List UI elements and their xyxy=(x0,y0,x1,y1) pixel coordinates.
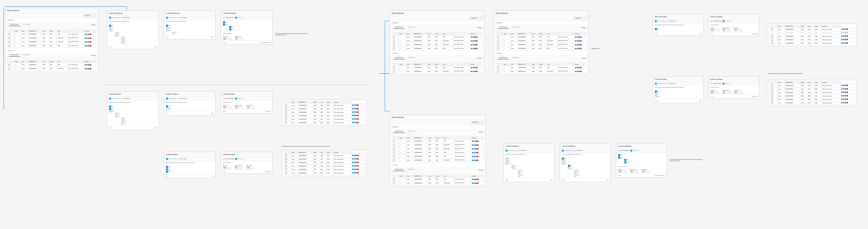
tab-link[interactable]: Link Formations xyxy=(22,23,32,26)
tab-link[interactable]: Link Formations xyxy=(510,26,520,29)
k-action-icon[interactable] xyxy=(357,104,359,106)
r-action-icon[interactable] xyxy=(475,152,477,153)
row-checkbox[interactable] xyxy=(393,159,395,161)
formation-checkbox[interactable] xyxy=(655,95,657,97)
g-action-icon[interactable] xyxy=(474,144,475,146)
k-action-icon[interactable] xyxy=(580,71,582,72)
step-1[interactable]: 1Select Formations xyxy=(223,158,234,160)
row-checkbox[interactable] xyxy=(285,158,287,160)
g-action-icon[interactable] xyxy=(843,88,844,90)
step-2[interactable]: 2Enter Times xyxy=(630,150,639,152)
step-1[interactable]: 1Select Formations xyxy=(166,17,177,19)
step-1[interactable]: 1Select Formations xyxy=(655,83,666,85)
sim-events-label[interactable]: ▸ Sim Events xyxy=(494,52,588,55)
formation-checkbox[interactable] xyxy=(109,29,111,32)
g-action-icon[interactable] xyxy=(354,108,355,109)
formation-checkbox[interactable] xyxy=(229,26,231,28)
row-checkbox[interactable] xyxy=(285,118,287,120)
formation-checkbox[interactable] xyxy=(109,25,111,27)
row-checkbox[interactable] xyxy=(497,44,499,46)
k-action-icon[interactable] xyxy=(476,67,477,68)
k-action-icon[interactable] xyxy=(477,141,478,142)
g-action-icon[interactable] xyxy=(354,172,355,173)
g-action-icon[interactable] xyxy=(86,37,88,39)
r-action-icon[interactable] xyxy=(845,32,846,33)
next-button[interactable]: Next xyxy=(155,127,157,129)
r-action-icon[interactable] xyxy=(845,95,846,96)
row-checkbox[interactable] xyxy=(393,40,395,42)
formation-checkbox[interactable] xyxy=(115,115,117,117)
k-action-icon[interactable] xyxy=(846,88,848,90)
p-action-icon[interactable] xyxy=(472,179,473,180)
arrive-input[interactable] xyxy=(734,29,742,31)
k-action-icon[interactable] xyxy=(90,45,91,46)
row-checkbox[interactable] xyxy=(393,44,395,46)
r-action-icon[interactable] xyxy=(356,162,357,163)
row-checkbox[interactable] xyxy=(771,102,773,104)
close-button[interactable]: Close xyxy=(166,176,169,177)
p-action-icon[interactable] xyxy=(472,141,473,142)
k-action-icon[interactable] xyxy=(477,160,478,161)
row-checkbox[interactable] xyxy=(8,64,10,66)
arrive-input[interactable] xyxy=(642,171,650,173)
r-action-icon[interactable] xyxy=(356,169,357,170)
arrive-input[interactable] xyxy=(247,107,255,109)
p-action-icon[interactable] xyxy=(575,48,576,49)
r-action-icon[interactable] xyxy=(845,28,846,30)
manage-link[interactable]: Manage ▸ xyxy=(479,131,484,133)
k-action-icon[interactable] xyxy=(357,111,359,113)
g-action-icon[interactable] xyxy=(843,39,844,40)
formation-checkbox[interactable] xyxy=(109,110,111,112)
p-action-icon[interactable] xyxy=(471,71,472,72)
sim-events-label[interactable]: ▸ Sim Events xyxy=(5,49,98,52)
tab-linked[interactable]: Linked Formations xyxy=(9,53,20,57)
formation-checkbox[interactable] xyxy=(166,108,168,110)
row-checkbox[interactable] xyxy=(8,68,10,70)
p-action-icon[interactable] xyxy=(841,92,843,93)
depart-input[interactable] xyxy=(235,38,243,40)
tab-link[interactable]: Link Formations xyxy=(406,168,416,171)
step-2[interactable]: 2Enter Times xyxy=(178,17,186,19)
row-checkbox[interactable] xyxy=(8,45,10,47)
r-action-icon[interactable] xyxy=(475,144,477,146)
g-action-icon[interactable] xyxy=(843,85,844,86)
r-action-icon[interactable] xyxy=(845,85,846,86)
formation-checkbox[interactable] xyxy=(109,105,111,108)
brief-input[interactable] xyxy=(710,29,719,31)
g-action-icon[interactable] xyxy=(577,36,578,38)
p-action-icon[interactable] xyxy=(575,44,576,45)
formation-checkbox[interactable] xyxy=(122,118,124,120)
row-checkbox[interactable] xyxy=(285,172,287,174)
step-2[interactable]: 2Enter Times xyxy=(121,97,130,100)
flight-events-label[interactable]: ▸ Flight Events xyxy=(390,125,485,129)
k-action-icon[interactable] xyxy=(357,118,359,120)
row-checkbox[interactable] xyxy=(393,182,395,184)
flight-events-label[interactable]: ▸ Flight Events xyxy=(5,18,98,22)
date-dropdown[interactable]: MM/DD/YYYY xyxy=(469,17,482,20)
row-checkbox[interactable] xyxy=(393,144,395,146)
r-action-icon[interactable] xyxy=(578,44,580,45)
g-action-icon[interactable] xyxy=(354,111,355,113)
formation-checkbox[interactable] xyxy=(568,167,570,169)
close-button[interactable]: Close xyxy=(223,111,226,112)
p-action-icon[interactable] xyxy=(471,44,472,45)
k-action-icon[interactable] xyxy=(477,148,478,150)
depart-input[interactable] xyxy=(235,107,243,109)
r-action-icon[interactable] xyxy=(356,115,357,116)
k-action-icon[interactable] xyxy=(476,40,477,42)
close-button[interactable]: Close xyxy=(506,179,508,181)
r-action-icon[interactable] xyxy=(845,42,846,44)
row-checkbox[interactable] xyxy=(771,42,773,44)
tab-link[interactable]: Link Formations xyxy=(406,56,416,59)
k-action-icon[interactable] xyxy=(846,42,848,44)
p-action-icon[interactable] xyxy=(352,122,353,123)
r-action-icon[interactable] xyxy=(88,68,90,69)
row-checkbox[interactable] xyxy=(285,108,287,110)
r-action-icon[interactable] xyxy=(845,39,846,40)
depart-input[interactable] xyxy=(722,92,731,94)
row-checkbox[interactable] xyxy=(8,33,10,35)
next-button[interactable]: Next xyxy=(211,113,214,114)
r-action-icon[interactable] xyxy=(474,67,476,68)
g-action-icon[interactable] xyxy=(354,155,355,156)
link-formations-button[interactable]: Link Formations xyxy=(658,175,665,176)
